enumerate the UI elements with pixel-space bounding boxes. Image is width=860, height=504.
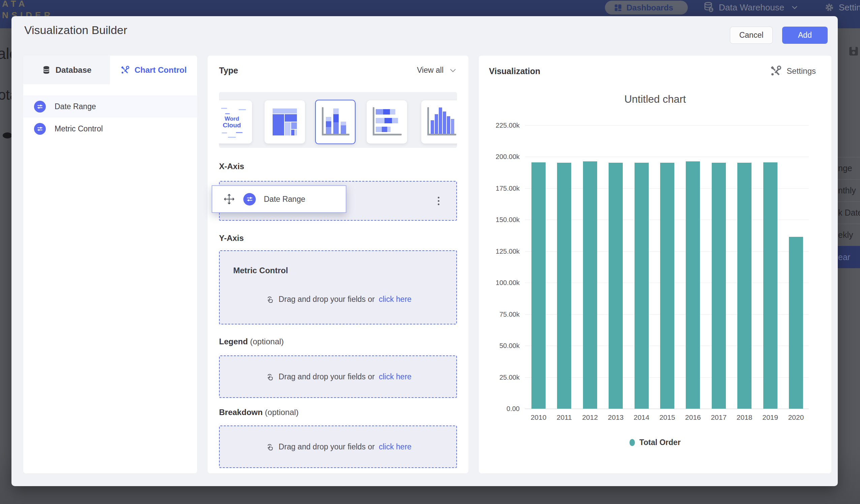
- dropzone-placeholder-text: Drag and drop your fields or: [279, 295, 375, 304]
- chart-type-word-cloud[interactable]: Word Cloud: [219, 100, 252, 144]
- background-dropdown-fragment: nge nthly k Date ekly ear: [838, 157, 860, 268]
- legend-dropzone[interactable]: Drag and drop your fields or click here: [219, 356, 457, 398]
- bar-2010: [531, 162, 546, 409]
- tune-icon: [34, 101, 46, 113]
- nav-item-data-warehouse[interactable]: Data Warehouse: [703, 0, 798, 15]
- click-here-link[interactable]: click here: [379, 442, 412, 451]
- x-axis-tick-label: 2019: [758, 413, 783, 421]
- tools-icon: [120, 66, 130, 75]
- dropdown-option[interactable]: ekly: [838, 224, 860, 246]
- y-axis-tick-label: 150.00k: [483, 216, 520, 224]
- chart-type-carousel[interactable]: Word Cloud: [219, 92, 457, 148]
- chart-legend[interactable]: Total Order: [479, 438, 831, 447]
- view-all-button[interactable]: View all: [417, 66, 457, 75]
- y-axis-tick-label: 75.00k: [483, 311, 520, 318]
- legend-color-dot: [630, 439, 635, 446]
- database-icon: [42, 66, 51, 74]
- bar-2018: [737, 163, 751, 409]
- dropzone-placeholder-text: Drag and drop your fields or: [279, 372, 375, 381]
- field-item-metric-control[interactable]: Metric Control: [23, 118, 197, 140]
- tab-chart-control[interactable]: Chart Control: [110, 56, 197, 84]
- breakdown-dropzone[interactable]: Drag and drop your fields or click here: [219, 426, 457, 468]
- field-label: Date Range: [55, 102, 96, 111]
- y-axis-tick-label: 25.00k: [483, 374, 520, 381]
- nav-item-dashboards[interactable]: Dashboards: [605, 1, 688, 14]
- builder-panel: Type View all Word Cloud: [207, 56, 469, 473]
- dropdown-option-selected[interactable]: ear: [838, 246, 860, 268]
- tools-icon: [770, 65, 782, 77]
- tab-database[interactable]: Database: [23, 56, 110, 84]
- bar-2017: [712, 163, 726, 409]
- background-bullet-dot: [3, 132, 12, 139]
- tab-label: Chart Control: [134, 66, 187, 75]
- bar-2011: [557, 163, 571, 409]
- chart-type-treemap[interactable]: [264, 100, 305, 144]
- dragged-field-chip-date-range[interactable]: Date Range: [212, 185, 346, 213]
- bar-2019: [763, 162, 777, 409]
- tap-icon: [264, 442, 275, 452]
- dropdown-option[interactable]: nthly: [838, 179, 860, 201]
- y-axis-label: Y-Axis: [219, 233, 244, 243]
- chart-title: Untitled chart: [479, 93, 831, 105]
- nav-label: Dashboards: [627, 3, 673, 13]
- click-here-link[interactable]: click here: [379, 372, 412, 381]
- y-axis-tick-label: 0.00: [483, 405, 520, 413]
- x-axis-tick-label: 2018: [732, 413, 757, 421]
- nav-label: Settings: [839, 2, 860, 13]
- dashboard-grid-icon: [614, 3, 622, 12]
- x-axis-label: X-Axis: [219, 162, 244, 171]
- dropdown-option[interactable]: k Date: [838, 201, 860, 224]
- chevron-down-icon: [449, 66, 457, 74]
- save-icon[interactable]: [848, 45, 859, 57]
- legend-series-label: Total Order: [639, 438, 680, 447]
- chart-type-stacked-bar[interactable]: [367, 100, 407, 144]
- y-axis-tick-label: 125.00k: [483, 248, 520, 255]
- y-axis-tick-label: 100.00k: [483, 279, 520, 287]
- legend-section-label: Legend (optional): [219, 337, 284, 346]
- y-axis-dropzone[interactable]: Metric Control Drag and drop your fields…: [219, 250, 457, 325]
- logo-line-1: ATA: [2, 0, 53, 10]
- x-axis-tick-label: 2010: [526, 413, 551, 421]
- nav-label: Data Warehouse: [719, 2, 784, 13]
- bar-2014: [634, 163, 649, 409]
- dropzone-placeholder-text: Drag and drop your fields or: [279, 442, 375, 451]
- field-label: Metric Control: [55, 124, 103, 133]
- nav-item-settings[interactable]: Settings: [824, 0, 860, 15]
- chart-type-stacked-column-selected[interactable]: [315, 100, 356, 144]
- dropdown-option[interactable]: nge: [838, 157, 860, 179]
- bar-2013: [608, 163, 623, 409]
- x-axis-tick-label: 2017: [706, 413, 732, 421]
- bar-2012: [583, 161, 597, 409]
- modal-title: Visualization Builder: [24, 24, 127, 37]
- x-axis-tick-label: 2014: [629, 413, 655, 421]
- y-axis-tick-label: 200.00k: [483, 153, 520, 161]
- x-axis-tick-label: 2012: [577, 413, 603, 421]
- bar-2016: [686, 161, 700, 409]
- y-axis-tick-label: 50.00k: [483, 342, 520, 350]
- add-button[interactable]: Add: [782, 27, 828, 44]
- data-warehouse-icon: [703, 1, 715, 13]
- y-grid-line: [525, 409, 809, 409]
- view-all-label: View all: [417, 66, 443, 75]
- y-axis-zone-title: Metric Control: [233, 266, 288, 275]
- y-axis-tick-label: 175.00k: [483, 185, 520, 192]
- x-axis-tick-label: 2016: [680, 413, 706, 421]
- tap-icon: [264, 294, 275, 304]
- word-cloud-text-2: Cloud: [219, 122, 252, 129]
- bar-chart: 0.0025.00k50.00k75.00k100.00k125.00k150.…: [525, 125, 809, 409]
- x-axis-tick-label: 2015: [655, 413, 680, 421]
- y-grid-line: [525, 157, 809, 157]
- click-here-link[interactable]: click here: [379, 295, 412, 304]
- chart-type-column[interactable]: [421, 100, 457, 144]
- more-options-button[interactable]: [433, 194, 443, 207]
- field-item-date-range[interactable]: Date Range: [23, 95, 197, 118]
- cancel-button[interactable]: Cancel: [730, 27, 773, 44]
- gear-icon: [824, 2, 835, 13]
- word-cloud-text-1: Word: [219, 116, 252, 122]
- tune-icon: [34, 123, 46, 135]
- x-axis-tick-label: 2011: [551, 413, 577, 421]
- type-section-label: Type: [219, 66, 238, 75]
- visualization-panel-title: Visualization: [489, 66, 540, 76]
- settings-button[interactable]: Settings: [770, 65, 816, 77]
- move-icon: [223, 192, 236, 206]
